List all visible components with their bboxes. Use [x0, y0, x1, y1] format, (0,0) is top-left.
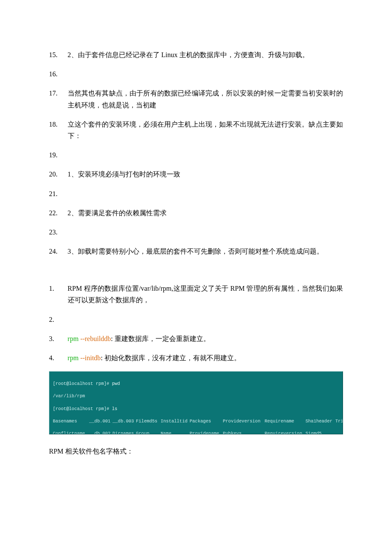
shell-output: /var/lib/rpm: [53, 393, 339, 399]
list-item: 15. 2、由于套件信息已经记录在了 Linux 主机的数据库中，方便查询、升级…: [49, 49, 343, 61]
ls-output-row: Conflictname__db.002DirnamesGroupNamePro…: [53, 431, 339, 434]
item-number: 16.: [49, 68, 67, 80]
rpm-command: rpm: [68, 335, 81, 342]
item-text: rpm --initdb: 初始化数据库，没有才建立，有就不用建立。: [68, 352, 343, 364]
item-number: 19.: [49, 149, 67, 161]
item-number: 23.: [49, 226, 67, 238]
item-number: 21.: [49, 188, 67, 199]
sub-numbered-list: 1. RPM 程序的数据库位置/var/lib/rpm,这里面定义了关于 RPM…: [49, 283, 343, 364]
list-item: 4. rpm --initdb: 初始化数据库，没有才建立，有就不用建立。: [49, 352, 343, 364]
shell-command: pwd: [112, 381, 120, 386]
item-number: 4.: [49, 352, 67, 364]
list-item: 23.: [49, 226, 343, 238]
rpm-command: rpm: [68, 354, 81, 361]
item-number: 20.: [49, 168, 67, 180]
list-item: 16.: [49, 68, 343, 80]
item-number: 17.: [49, 87, 67, 99]
list-item: 22. 2、需要满足套件的依赖属性需求: [49, 207, 343, 219]
item-number: 1.: [49, 283, 67, 294]
rpm-flag: --initdb: [80, 354, 101, 361]
item-text: 2、需要满足套件的依赖属性需求: [68, 207, 343, 219]
item-desc: : 初始化数据库，没有才建立，有就不用建立。: [101, 354, 240, 361]
item-text: 当然其也有其缺点，由于所有的数据已经编译完成，所以安装的时候一定需要当初安装时的…: [68, 87, 343, 110]
list-item: 24. 3、卸载时需要特别小心，最底层的套件不可先删除，否则可能对整个系统造成问…: [49, 246, 343, 257]
shell-prompt: [root@localhost rpm]#: [53, 406, 112, 411]
list-item: 20. 1、安装环境必须与打包时的环境一致: [49, 168, 343, 180]
item-text: 2、由于套件信息已经记录在了 Linux 主机的数据库中，方便查询、升级与卸载。: [68, 49, 343, 61]
shell-prompt: [root@localhost rpm]#: [53, 381, 112, 386]
list-item: 2.: [49, 314, 343, 325]
footer-heading: RPM 相关软件包名字格式：: [49, 447, 343, 456]
item-text: rpm --rebuilddb: 重建数据库，一定会重新建立。: [68, 333, 343, 344]
shell-command: ls: [112, 406, 118, 411]
list-item: 21.: [49, 188, 343, 199]
list-item: 18. 立这个套件的安装环境，必须在用户主机上出现，如果不出现就无法进行安装。缺…: [49, 119, 343, 142]
item-desc: : 重建数据库，一定会重新建立。: [111, 335, 210, 342]
item-text: 1、安装环境必须与打包时的环境一致: [68, 168, 343, 180]
list-item: 3. rpm --rebuilddb: 重建数据库，一定会重新建立。: [49, 333, 343, 344]
item-number: 18.: [49, 119, 67, 130]
main-numbered-list: 15. 2、由于套件信息已经记录在了 Linux 主机的数据库中，方便查询、升级…: [49, 49, 343, 257]
item-number: 22.: [49, 207, 67, 219]
item-number: 2.: [49, 314, 67, 325]
ls-output-row: Basenames__db.001__db.003Filemd5sInstall…: [53, 418, 339, 425]
item-text: 立这个套件的安装环境，必须在用户主机上出现，如果不出现就无法进行安装。缺点主要如…: [68, 119, 343, 142]
list-item: 1. RPM 程序的数据库位置/var/lib/rpm,这里面定义了关于 RPM…: [49, 283, 343, 306]
list-item: 17. 当然其也有其缺点，由于所有的数据已经编译完成，所以安装的时候一定需要当初…: [49, 87, 343, 110]
list-item: 19.: [49, 149, 343, 161]
rpm-flag: --rebuilddb: [80, 335, 111, 342]
item-text: 3、卸载时需要特别小心，最底层的套件不可先删除，否则可能对整个系统造成问题。: [68, 246, 343, 257]
item-number: 15.: [49, 49, 67, 61]
item-text: RPM 程序的数据库位置/var/lib/rpm,这里面定义了关于 RPM 管理…: [68, 283, 343, 306]
item-number: 24.: [49, 246, 67, 257]
terminal-screenshot: [root@localhost rpm]# pwd /var/lib/rpm […: [49, 371, 343, 434]
item-number: 3.: [49, 333, 67, 344]
